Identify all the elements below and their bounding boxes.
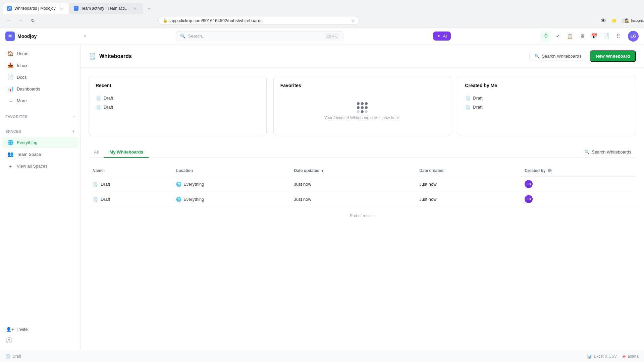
everything-icon: 🌐	[7, 139, 13, 145]
apps-icon[interactable]: ⠿	[613, 31, 624, 42]
forward-button[interactable]: →	[16, 16, 25, 25]
row1-location: 🌐 Everything	[176, 182, 286, 187]
sidebar-footer: 👤+ Invite ?	[0, 320, 80, 350]
tab-my-whiteboards[interactable]: My Whiteboards	[104, 147, 148, 158]
whiteboard-icon-recent-2: 🗒️	[96, 105, 101, 110]
sidebar-item-inbox[interactable]: 📥 Inbox	[2, 60, 78, 71]
check-icon[interactable]: ✓	[553, 31, 564, 42]
bookmark-icon[interactable]: ⭐	[609, 16, 619, 25]
row2-avatar: LG	[525, 195, 533, 203]
help-button[interactable]: ?	[3, 335, 77, 346]
reload-button[interactable]: ↻	[28, 16, 38, 25]
calendar-icon[interactable]: 📅	[589, 31, 600, 42]
address-bar[interactable]: 🔒 app.clickup.com/9016164592/hubs/whiteb…	[158, 16, 360, 25]
notepad-icon[interactable]: 📋	[565, 31, 576, 42]
row2-name-label: Draft	[101, 197, 110, 202]
main-body: Recent 🗒️ Draft 🗒️ Draft Favorites	[80, 68, 644, 350]
ai-icon: ✦	[437, 34, 441, 39]
col-date-created: Date created	[415, 165, 521, 177]
asana-button[interactable]: ◉ asana	[622, 354, 639, 359]
dot-9	[365, 110, 368, 113]
back-button[interactable]: ←	[4, 16, 13, 25]
recent-item-1-label: Draft	[104, 96, 113, 101]
page-title: Whiteboards	[99, 53, 132, 59]
main-header: 🗒️ Whiteboards 🔍 Search Whiteboards New …	[80, 45, 644, 68]
bottom-bar-right: 📊 Excel & CSV ◉ asana	[587, 354, 639, 359]
whiteboards-page-icon: 🗒️	[89, 53, 96, 60]
bottom-draft-item[interactable]: 🗒️ Draft	[5, 354, 21, 359]
add-column-icon[interactable]: ⊕	[547, 167, 552, 174]
sidebar-item-everything[interactable]: 🌐 Everything	[2, 137, 78, 148]
document-icon[interactable]: 📄	[601, 31, 612, 42]
created-item-2[interactable]: 🗒️ Draft	[465, 103, 629, 112]
sidebar-item-dashboards[interactable]: 📊 Dashboards	[2, 83, 78, 95]
row1-whiteboard-icon: 🗒️	[93, 182, 98, 187]
spaces-section: Spaces + 🌐 Everything 👥 Team Space + Vie…	[0, 124, 80, 175]
tab-team-activity[interactable]: T Team activity | Team activity ✕	[69, 3, 143, 14]
table-row[interactable]: 🗒️ Draft 🌐 Everything Just now Just now	[89, 192, 636, 207]
col-name: Name	[89, 165, 172, 177]
created-item-1[interactable]: 🗒️ Draft	[465, 94, 629, 103]
col-date-created-label: Date created	[419, 168, 443, 173]
col-created-by: Created by ⊕	[521, 165, 636, 177]
timer-icon[interactable]: ⏱	[541, 31, 551, 42]
col-date-updated[interactable]: Date updated ▼	[290, 165, 416, 177]
dot-8	[361, 110, 364, 113]
recent-item-2[interactable]: 🗒️ Draft	[96, 103, 260, 112]
tab-close-2[interactable]: ✕	[132, 6, 138, 11]
recent-item-1[interactable]: 🗒️ Draft	[96, 94, 260, 103]
tab-whiteboards[interactable]: W Whiteboards | Moodjoy ✕	[3, 3, 69, 14]
end-of-results: End of results	[89, 207, 636, 225]
col-location-label: Location	[176, 168, 193, 173]
incognito-icon[interactable]: 🕵️ Incognito	[631, 16, 640, 25]
sidebar-item-view-all-spaces[interactable]: + View all Spaces	[2, 160, 78, 172]
sidebar-item-more[interactable]: ··· More	[2, 95, 78, 106]
row1-created-by: LG	[521, 177, 636, 192]
tab-title-1: Whiteboards | Moodjoy	[14, 6, 56, 11]
dot-6	[365, 106, 368, 109]
address-bar-lock: 🔒	[163, 18, 168, 23]
row1-name-label: Draft	[101, 182, 110, 187]
sidebar-teamspace-label: Team Space	[17, 152, 73, 157]
recent-card-title: Recent	[96, 83, 260, 88]
row1-location-cell: 🌐 Everything	[172, 177, 290, 192]
search-whiteboards-button[interactable]: 🔍 Search Whiteboards	[529, 51, 586, 61]
browser-nav-bar: ← → ↻ 🔒 app.clickup.com/9016164592/hubs/…	[0, 14, 644, 27]
extensions-hidden-icon[interactable]: 👁️‍🗨️	[598, 16, 608, 25]
tab-close-1[interactable]: ✕	[58, 6, 64, 11]
favorites-empty-icon	[357, 102, 368, 113]
table-header: Name Location Date updated ▼ Date create…	[89, 165, 636, 177]
inbox-icon: 📥	[7, 62, 13, 68]
dot-7	[357, 110, 360, 113]
global-search-bar[interactable]: 🔍 Search... Ctrl+K	[176, 31, 343, 41]
recent-item-2-label: Draft	[104, 105, 113, 110]
workspace-chevron-icon: ▾	[84, 34, 86, 38]
table-row[interactable]: 🗒️ Draft 🌐 Everything Just now Just now	[89, 177, 636, 192]
main-header-actions: 🔍 Search Whiteboards New Whiteboard	[529, 50, 636, 62]
workspace-name-label: Moodjoy	[17, 34, 82, 39]
workspace-selector[interactable]: M Moodjoy ▾	[5, 32, 86, 41]
user-avatar[interactable]: LG	[628, 31, 639, 42]
address-bar-text: app.clickup.com/9016164592/hubs/whiteboa…	[170, 18, 348, 23]
sidebar-item-docs[interactable]: 📄 Docs	[2, 71, 78, 83]
invite-button[interactable]: 👤+ Invite	[3, 324, 77, 335]
ai-button[interactable]: ✦ AI	[433, 32, 451, 41]
search-whiteboards-label: Search Whiteboards	[542, 54, 581, 59]
favorites-header[interactable]: Favorites ›	[0, 112, 80, 121]
sidebar-item-teamspace[interactable]: 👥 Team Space	[2, 148, 78, 160]
tab-all[interactable]: All	[89, 147, 104, 158]
excel-csv-button[interactable]: 📊 Excel & CSV	[587, 354, 617, 359]
new-whiteboard-button[interactable]: New Whiteboard	[590, 50, 636, 62]
invite-label: Invite	[17, 327, 28, 332]
dot-1	[357, 102, 360, 105]
add-space-icon[interactable]: +	[72, 128, 75, 134]
table-body: 🗒️ Draft 🌐 Everything Just now Just now	[89, 177, 636, 207]
row1-name: 🗒️ Draft	[93, 182, 168, 187]
created-item-2-label: Draft	[473, 105, 482, 110]
table-search-button[interactable]: 🔍 Search Whiteboards	[580, 147, 636, 157]
sidebar-item-home[interactable]: 🏠 Home	[2, 48, 78, 59]
new-tab-button[interactable]: +	[145, 4, 154, 13]
sidebar-nav: 🏠 Home 📥 Inbox 📄 Docs 📊 Dashboards ··· M…	[0, 45, 80, 109]
col-location: Location	[172, 165, 290, 177]
screen-icon[interactable]: 🖥	[577, 31, 588, 42]
